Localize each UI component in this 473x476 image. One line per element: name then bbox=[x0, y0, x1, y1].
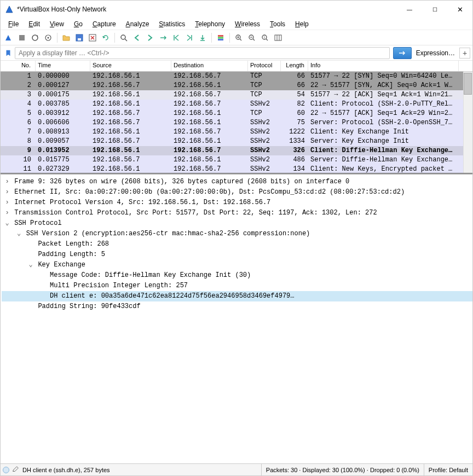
detail-line[interactable]: Padding Length: 5 bbox=[2, 249, 472, 260]
restart-capture-button[interactable] bbox=[29, 32, 41, 44]
svg-point-7 bbox=[121, 35, 125, 39]
minimize-button[interactable]: — bbox=[397, 1, 422, 18]
menu-help[interactable]: Help bbox=[291, 19, 313, 29]
save-file-button[interactable] bbox=[73, 32, 85, 44]
filter-toolbar: Expression… + bbox=[1, 45, 472, 61]
detail-line[interactable]: › Ethernet II, Src: 0a:00:27:00:00:0b (0… bbox=[2, 187, 472, 198]
col-protocol[interactable]: Protocol bbox=[248, 61, 281, 71]
zoom-out-button[interactable] bbox=[246, 32, 258, 44]
open-file-button[interactable] bbox=[60, 32, 72, 44]
detail-line[interactable]: Padding String: 90fe433cdf bbox=[2, 301, 472, 312]
packet-row[interactable]: 70.008913192.168.56.1192.168.56.7SSHv212… bbox=[1, 127, 472, 137]
detail-line[interactable]: DH client e: 00a35a6de471c62ea81224d75f5… bbox=[2, 291, 472, 301]
detail-line[interactable]: › Transmission Control Protocol, Src Por… bbox=[2, 208, 472, 218]
menu-view[interactable]: View bbox=[45, 19, 68, 29]
resize-columns-button[interactable] bbox=[272, 32, 284, 44]
svg-point-3 bbox=[48, 37, 49, 38]
packet-row[interactable]: 100.015775192.168.56.7192.168.56.1SSHv24… bbox=[1, 155, 472, 165]
capture-options-button[interactable] bbox=[42, 32, 54, 44]
expression-button[interactable]: Expression… bbox=[413, 49, 458, 57]
zoom-in-button[interactable] bbox=[233, 32, 245, 44]
go-back-button[interactable] bbox=[131, 32, 143, 44]
packet-list-header: No. Time Source Destination Protocol Len… bbox=[1, 61, 472, 72]
packet-row[interactable]: 90.013952192.168.56.1192.168.56.7SSHv232… bbox=[1, 146, 472, 155]
main-toolbar: 1 bbox=[1, 30, 472, 45]
colorize-button[interactable] bbox=[215, 32, 227, 44]
window-title: *VirtualBox Host-Only Network bbox=[17, 5, 106, 13]
status-field-text: DH client e (ssh.dh.e), 257 bytes bbox=[22, 467, 110, 473]
reload-button[interactable] bbox=[100, 32, 112, 44]
menu-wireless[interactable]: Wireless bbox=[230, 19, 264, 29]
menu-go[interactable]: Go bbox=[70, 19, 87, 29]
menu-edit[interactable]: Edit bbox=[24, 19, 44, 29]
display-filter-input[interactable] bbox=[15, 47, 390, 59]
packet-list-scroll-thumb[interactable] bbox=[464, 73, 472, 95]
menubar: FileEditViewGoCaptureAnalyzeStatisticsTe… bbox=[1, 18, 472, 30]
packet-row[interactable]: 60.006606192.168.56.7192.168.56.1SSHv275… bbox=[1, 118, 472, 127]
shark-fin-icon[interactable] bbox=[3, 32, 15, 44]
menu-analyze[interactable]: Analyze bbox=[122, 19, 154, 29]
packet-row[interactable]: 80.009057192.168.56.7192.168.56.1SSHv213… bbox=[1, 137, 472, 146]
svg-text:1: 1 bbox=[264, 36, 266, 39]
menu-statistics[interactable]: Statistics bbox=[154, 19, 189, 29]
find-packet-button[interactable] bbox=[118, 32, 130, 44]
menu-tools[interactable]: Tools bbox=[266, 19, 290, 29]
bookmark-filter-icon[interactable] bbox=[3, 48, 14, 59]
go-last-button[interactable] bbox=[183, 32, 195, 44]
detail-line[interactable]: Packet Length: 268 bbox=[2, 239, 472, 249]
packet-details-pane[interactable]: › Frame 9: 326 bytes on wire (2608 bits)… bbox=[1, 173, 472, 463]
app-icon bbox=[5, 5, 14, 14]
status-profile[interactable]: Profile: Default bbox=[424, 464, 472, 475]
menu-capture[interactable]: Capture bbox=[88, 19, 120, 29]
svg-rect-8 bbox=[218, 35, 223, 37]
packet-row[interactable]: 20.000127192.168.56.7192.168.56.1TCP6622… bbox=[1, 81, 472, 90]
zoom-reset-button[interactable]: 1 bbox=[259, 32, 271, 44]
detail-line[interactable]: Message Code: Diffie-Hellman Key Exchang… bbox=[2, 270, 472, 281]
packet-list-pane: No. Time Source Destination Protocol Len… bbox=[1, 61, 472, 173]
maximize-button[interactable]: ☐ bbox=[422, 1, 447, 18]
col-dest[interactable]: Destination bbox=[171, 61, 248, 71]
col-info[interactable]: Info bbox=[308, 61, 459, 71]
packet-row[interactable]: 40.003785192.168.56.1192.168.56.7SSHv282… bbox=[1, 100, 472, 109]
detail-line[interactable]: ⌄ SSH Protocol bbox=[2, 218, 472, 229]
packet-row[interactable]: 30.000175192.168.56.1192.168.56.7TCP5451… bbox=[1, 90, 472, 100]
stop-capture-button[interactable] bbox=[16, 32, 28, 44]
detail-line[interactable]: ⌄ Key Exchange bbox=[2, 260, 472, 270]
detail-line[interactable]: ⌄ SSH Version 2 (encryption:aes256-ctr m… bbox=[2, 229, 472, 239]
expert-info-icon[interactable] bbox=[3, 467, 9, 473]
edit-capture-comment-icon[interactable] bbox=[11, 466, 19, 474]
col-no[interactable]: No. bbox=[1, 61, 36, 71]
packet-row[interactable]: 10.000000192.168.56.1192.168.56.7TCP6651… bbox=[1, 72, 472, 81]
auto-scroll-button[interactable] bbox=[197, 32, 209, 44]
packet-row[interactable]: 50.003912192.168.56.7192.168.56.1TCP6022… bbox=[1, 109, 472, 118]
titlebar: *VirtualBox Host-Only Network — ☐ ✕ bbox=[1, 1, 472, 18]
add-filter-button[interactable]: + bbox=[459, 48, 470, 59]
col-source[interactable]: Source bbox=[90, 61, 171, 71]
detail-line[interactable]: Multi Precision Integer Length: 257 bbox=[2, 281, 472, 291]
detail-line[interactable]: › Internet Protocol Version 4, Src: 192.… bbox=[2, 198, 472, 208]
svg-rect-0 bbox=[19, 35, 25, 40]
close-button[interactable]: ✕ bbox=[447, 1, 472, 18]
col-time[interactable]: Time bbox=[36, 61, 90, 71]
svg-rect-9 bbox=[218, 37, 223, 38]
menu-file[interactable]: File bbox=[4, 19, 23, 29]
svg-rect-5 bbox=[78, 38, 81, 40]
go-to-packet-button[interactable] bbox=[157, 32, 169, 44]
detail-line[interactable]: › Frame 9: 326 bytes on wire (2608 bits)… bbox=[2, 177, 472, 187]
col-length[interactable]: Length bbox=[281, 61, 308, 71]
apply-filter-button[interactable] bbox=[393, 47, 412, 59]
svg-rect-10 bbox=[218, 39, 223, 40]
status-stats: Packets: 30 · Displayed: 30 (100.0%) · D… bbox=[261, 464, 424, 475]
statusbar: DH client e (ssh.dh.e), 257 bytes Packet… bbox=[1, 463, 472, 475]
menu-telephony[interactable]: Telephony bbox=[191, 19, 229, 29]
packet-list-body[interactable]: 10.000000192.168.56.1192.168.56.7TCP6651… bbox=[1, 72, 472, 173]
svg-rect-15 bbox=[275, 35, 281, 40]
go-first-button[interactable] bbox=[170, 32, 182, 44]
go-forward-button[interactable] bbox=[144, 32, 156, 44]
close-file-button[interactable] bbox=[86, 32, 99, 44]
packet-row[interactable]: 110.027329192.168.56.1192.168.56.7SSHv21… bbox=[1, 165, 472, 173]
